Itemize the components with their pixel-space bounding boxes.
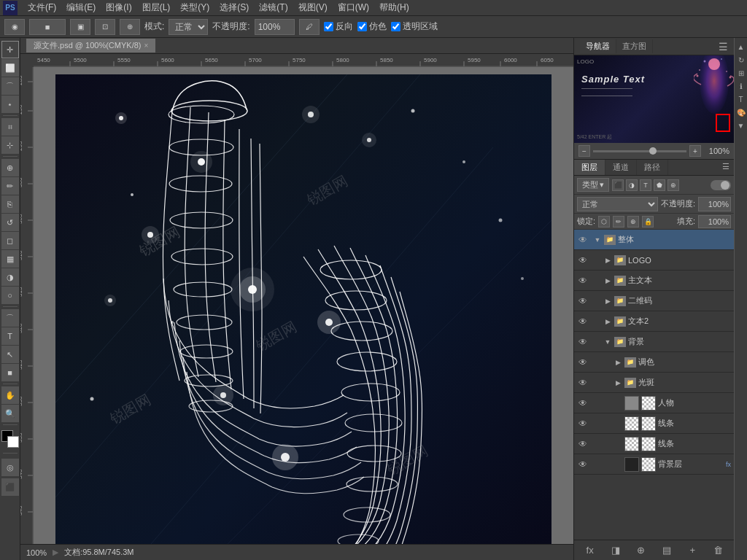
layer-visibility-eye[interactable]: 👁 bbox=[577, 459, 589, 470]
filter-text-icon[interactable]: T bbox=[640, 179, 651, 191]
tool-screen-mode[interactable]: ⬛ bbox=[1, 478, 19, 496]
lock-all-btn[interactable]: 🔒 bbox=[642, 216, 654, 228]
tool-lasso[interactable]: ⌒ bbox=[1, 77, 19, 95]
arrange-btn[interactable]: ⊞ bbox=[735, 67, 747, 79]
zoom-out-btn[interactable]: − bbox=[578, 145, 590, 157]
brush-preset-picker[interactable]: ◉ bbox=[4, 19, 25, 35]
layer-visibility-eye[interactable]: 👁 bbox=[577, 254, 589, 266]
layer-visibility-eye[interactable]: 👁 bbox=[577, 438, 589, 450]
layer-visibility-eye[interactable]: 👁 bbox=[577, 316, 589, 327]
layer-row[interactable]: 👁 ▶ 📁 文本2 bbox=[574, 311, 734, 332]
tab-paths[interactable]: 路径 bbox=[637, 160, 668, 175]
filter-shape-icon[interactable]: ⬟ bbox=[654, 179, 665, 191]
layer-visibility-eye[interactable]: 👁 bbox=[577, 275, 589, 287]
color-swatch[interactable] bbox=[1, 430, 19, 448]
color-btn[interactable]: 🎨 bbox=[735, 106, 747, 118]
layer-group-btn[interactable]: ▤ bbox=[659, 543, 674, 558]
tool-gradient[interactable]: ▦ bbox=[1, 250, 19, 268]
layer-visibility-eye[interactable]: 👁 bbox=[577, 357, 589, 368]
lock-transparent-btn[interactable]: ⬡ bbox=[598, 216, 610, 228]
menu-help[interactable]: 帮助(H) bbox=[375, 0, 414, 15]
tool-zoom[interactable]: 🔍 bbox=[1, 405, 19, 422]
menu-type[interactable]: 类型(Y) bbox=[176, 0, 214, 15]
new-layer-btn[interactable]: + bbox=[685, 543, 700, 558]
delete-layer-btn[interactable]: 🗑 bbox=[711, 543, 725, 558]
text-tool-btn[interactable]: T bbox=[735, 93, 747, 105]
brush-shape-btn[interactable]: ▣ bbox=[70, 19, 90, 35]
layer-style-btn[interactable]: fx bbox=[583, 543, 597, 558]
reverse-checkbox[interactable]: 反向 bbox=[324, 20, 353, 33]
canvas-tab-close[interactable]: × bbox=[144, 42, 149, 50]
menu-edit[interactable]: 编辑(E) bbox=[62, 0, 100, 15]
layer-row[interactable]: 👁 ▶ 📁 主文本 bbox=[574, 271, 734, 291]
tool-pen[interactable]: ⌒ bbox=[1, 309, 19, 327]
tool-mask-mode[interactable]: ◎ bbox=[1, 459, 19, 476]
filter-smart-icon[interactable]: ⊕ bbox=[667, 179, 679, 191]
menu-window[interactable]: 窗口(W) bbox=[333, 0, 374, 15]
scroll-up-btn[interactable]: ▲ bbox=[735, 41, 747, 52]
layer-visibility-eye[interactable]: 👁 bbox=[577, 418, 589, 429]
info-btn[interactable]: ℹ bbox=[735, 80, 747, 92]
menu-filter[interactable]: 滤镜(T) bbox=[255, 0, 292, 15]
tool-dodge[interactable]: ○ bbox=[1, 287, 19, 304]
opacity-field[interactable] bbox=[698, 197, 731, 211]
tab-channels[interactable]: 通道 bbox=[605, 160, 637, 175]
layer-row[interactable]: 👁 ▶ 📁 二维码 bbox=[574, 291, 734, 311]
tab-layers[interactable]: 图层 bbox=[574, 160, 605, 175]
scroll-down-btn[interactable]: ▼ bbox=[735, 120, 747, 131]
tab-navigator[interactable]: 导航器 bbox=[580, 39, 616, 53]
blend-mode-select[interactable]: 正常 bbox=[577, 197, 658, 211]
brush-alt-btn[interactable]: ⊡ bbox=[95, 19, 115, 35]
opacity-input[interactable] bbox=[255, 19, 295, 35]
layer-collapse-btn[interactable]: ▼ bbox=[593, 234, 602, 246]
filter-pixel-icon[interactable]: ⬛ bbox=[612, 179, 624, 191]
layer-row[interactable]: 👁 背景层 fx bbox=[574, 454, 734, 475]
tool-brush[interactable]: ✏ bbox=[1, 177, 19, 195]
layer-collapse-btn[interactable]: ▼ bbox=[603, 336, 612, 348]
tool-heal[interactable]: ⊕ bbox=[1, 159, 19, 176]
background-color[interactable] bbox=[7, 436, 19, 448]
tab-histogram[interactable]: 直方图 bbox=[616, 39, 653, 53]
navigator-options-btn[interactable]: ☰ bbox=[719, 41, 728, 52]
zoom-in-btn[interactable]: + bbox=[689, 145, 701, 157]
filter-toggle[interactable] bbox=[711, 180, 731, 190]
layer-expand-btn[interactable]: ▶ bbox=[603, 316, 612, 327]
layer-row[interactable]: 👁 线条 bbox=[574, 413, 734, 434]
navigator-preview[interactable]: LOGO Sample Text —————————— —————————— bbox=[574, 55, 734, 143]
tool-clone[interactable]: ⎘ bbox=[1, 195, 19, 213]
layer-adjustment-btn[interactable]: ⊕ bbox=[634, 543, 649, 558]
canvas-scroll-area[interactable]: 锐图网 锐图网 锐图网 锐图网 锐图网 bbox=[34, 67, 573, 544]
tool-move[interactable]: ✛ bbox=[1, 41, 19, 58]
menu-layer[interactable]: 图层(L) bbox=[138, 0, 175, 15]
layer-row[interactable]: 👁 人物 bbox=[574, 393, 734, 413]
menu-select[interactable]: 选择(S) bbox=[215, 0, 253, 15]
tool-wand[interactable]: ⋆ bbox=[1, 96, 19, 113]
layer-row[interactable]: 👁 ▼ 📁 背景 bbox=[574, 332, 734, 352]
lock-pixels-btn[interactable]: ✏ bbox=[613, 216, 624, 228]
layer-visibility-eye[interactable]: 👁 bbox=[577, 397, 589, 409]
layer-row[interactable]: 👁 ▶ 📁 调色 bbox=[574, 352, 734, 373]
rotate-view-btn[interactable]: ↻ bbox=[735, 54, 747, 66]
tool-path-select[interactable]: ↖ bbox=[1, 346, 19, 363]
layer-visibility-eye[interactable]: 👁 bbox=[577, 295, 589, 307]
tool-hand[interactable]: ✋ bbox=[1, 386, 19, 404]
transparency-checkbox[interactable]: 透明区域 bbox=[391, 20, 438, 33]
brush-size-display[interactable]: ■ bbox=[29, 19, 66, 35]
zoom-slider[interactable] bbox=[593, 150, 686, 152]
layer-expand-btn[interactable]: ▶ bbox=[603, 295, 612, 307]
tool-crop[interactable]: ⌗ bbox=[1, 118, 19, 136]
canvas-tab-item[interactable]: 源文件.psd @ 100%(CMYK/8) × bbox=[26, 39, 155, 52]
layer-visibility-eye[interactable]: 👁 bbox=[577, 336, 589, 348]
layer-expand-btn[interactable]: ▶ bbox=[614, 357, 622, 368]
tool-history[interactable]: ↺ bbox=[1, 214, 19, 231]
mode-select[interactable]: 正常 bbox=[169, 19, 208, 35]
layer-row[interactable]: 👁 线条 bbox=[574, 434, 734, 454]
layer-expand-btn[interactable]: ▶ bbox=[603, 275, 612, 287]
layers-panel-options-btn[interactable]: ☰ bbox=[718, 160, 734, 175]
opacity-pressure-btn[interactable]: 🖊 bbox=[299, 19, 320, 35]
navigator-viewport-box[interactable] bbox=[716, 114, 730, 132]
tool-marquee[interactable]: ⬜ bbox=[1, 59, 19, 77]
tool-text[interactable]: T bbox=[1, 327, 19, 345]
layers-list[interactable]: 👁 ▼ 📁 整体 👁 ▶ 📁 LOGO 👁 ▶ 📁 主文本 👁 ▶ 📁 二维码 … bbox=[574, 230, 734, 540]
tool-blur[interactable]: ◑ bbox=[1, 268, 19, 286]
